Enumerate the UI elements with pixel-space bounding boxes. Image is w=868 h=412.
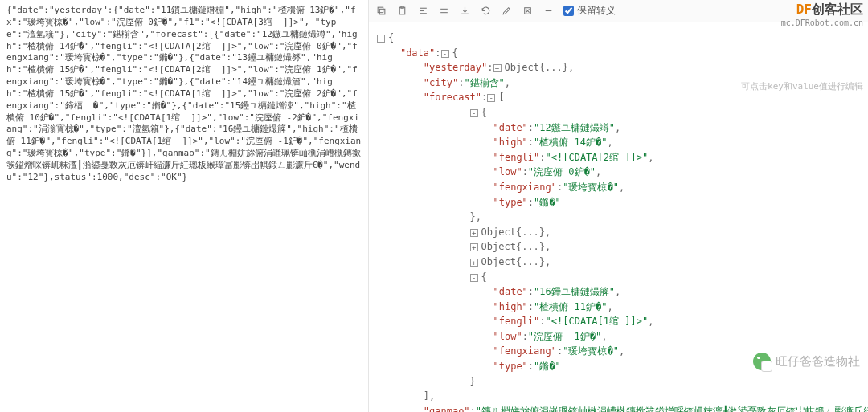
key-date[interactable]: "date" [493, 286, 528, 297]
val-fengli[interactable]: "<![CDATA[2绾 ]]>" [546, 152, 649, 163]
key-low[interactable]: "low" [493, 166, 522, 177]
key-date[interactable]: "date" [493, 122, 528, 133]
reload-icon[interactable] [480, 6, 491, 17]
val-fengxiang[interactable]: "瑗垮寳椋�" [563, 182, 619, 193]
key-type[interactable]: "type" [493, 197, 528, 208]
expand-icon[interactable]: + [470, 229, 478, 237]
svg-rect-1 [378, 7, 383, 13]
val-city[interactable]: "鍖椾含" [464, 77, 504, 88]
val-date[interactable]: "16鑸ユ槦鏈熶簲" [534, 286, 615, 297]
collapse-icon[interactable]: - [470, 109, 478, 117]
key-high[interactable]: "high" [493, 301, 528, 312]
key-ganmao[interactable]: "ganmao" [424, 406, 470, 412]
collapse-icon[interactable]: - [377, 35, 385, 43]
collapse-icon[interactable]: - [441, 50, 449, 58]
key-type[interactable]: "type" [493, 361, 528, 372]
collapse-icon[interactable]: - [487, 94, 495, 102]
wechat-watermark: 旺仔爸爸造物社 [753, 353, 860, 370]
val-ganmao[interactable]: "鏄ㄦ棩姘旀俯涓嶉珮锛屾槸涓嶆槸鏄撳彂鎰熷啋锛屼粖澶╂湁鍙戞斁灰厄锛岀帺鍛ㄥ彲濂… [476, 406, 868, 412]
raw-json-pane[interactable]: {"date":"yesterday":{"date":"11鏆ユ槦鏈熸棩","… [0, 0, 368, 412]
keep-escape-toggle[interactable]: 保留转义 [563, 4, 616, 18]
expand-icon[interactable]: + [493, 64, 502, 72]
val-fengxiang[interactable]: "瑗垮寳椋�" [563, 345, 619, 357]
download-icon[interactable] [459, 6, 470, 17]
paste-icon[interactable] [396, 6, 407, 17]
val-high[interactable]: "楂樻俯 11鈩�" [534, 301, 607, 312]
val-fengli[interactable]: "<![CDATA[1绾 ]]>" [546, 316, 649, 327]
edit-icon[interactable] [501, 6, 512, 17]
key-fengli[interactable]: "fengli" [493, 152, 540, 163]
key-fengxiang[interactable]: "fengxiang" [493, 182, 557, 193]
minus-icon[interactable] [542, 6, 554, 17]
svg-rect-0 [379, 9, 385, 14]
collapse-icon[interactable]: - [470, 274, 478, 282]
val-low[interactable]: "浣庢俯 0鈩�" [528, 166, 596, 177]
keep-escape-checkbox[interactable] [563, 6, 574, 16]
site-logo: DF创客社区 mc.DFRobot.com.cn [781, 2, 863, 27]
wechat-icon [753, 353, 771, 370]
key-fengxiang[interactable]: "fengxiang" [493, 345, 557, 357]
val-high[interactable]: "楂樻俯 14鈩�" [534, 137, 607, 148]
val-type[interactable]: "鏅�" [534, 361, 561, 372]
copy-icon[interactable] [375, 6, 387, 17]
key-yesterday[interactable]: "yesterday" [424, 62, 487, 73]
format-icon[interactable] [417, 6, 428, 17]
key-data[interactable]: "data" [400, 47, 435, 59]
keep-escape-label: 保留转义 [577, 4, 616, 18]
edit-hint: 可点击key和value值进行编辑 [741, 80, 863, 92]
formatted-pane: 保留转义 可点击key和value值进行编辑 -{ "data":-{ "yes… [368, 0, 868, 412]
val-low[interactable]: "浣庢俯 -1鈩�" [528, 331, 601, 342]
key-city[interactable]: "city" [424, 77, 458, 88]
key-fengli[interactable]: "fengli" [493, 316, 540, 327]
watermark-text: 旺仔爸爸造物社 [776, 354, 860, 369]
key-low[interactable]: "low" [493, 331, 522, 342]
val-type[interactable]: "鏅�" [534, 197, 561, 208]
clear-icon[interactable] [522, 6, 533, 17]
key-forecast[interactable]: "forecast" [424, 92, 481, 103]
expand-icon[interactable]: + [470, 259, 478, 267]
key-high[interactable]: "high" [493, 137, 528, 148]
expand-icon[interactable]: + [470, 243, 478, 251]
val-date[interactable]: "12鏃ユ槦鏈熶竴" [534, 122, 615, 133]
compress-icon[interactable] [438, 6, 449, 17]
